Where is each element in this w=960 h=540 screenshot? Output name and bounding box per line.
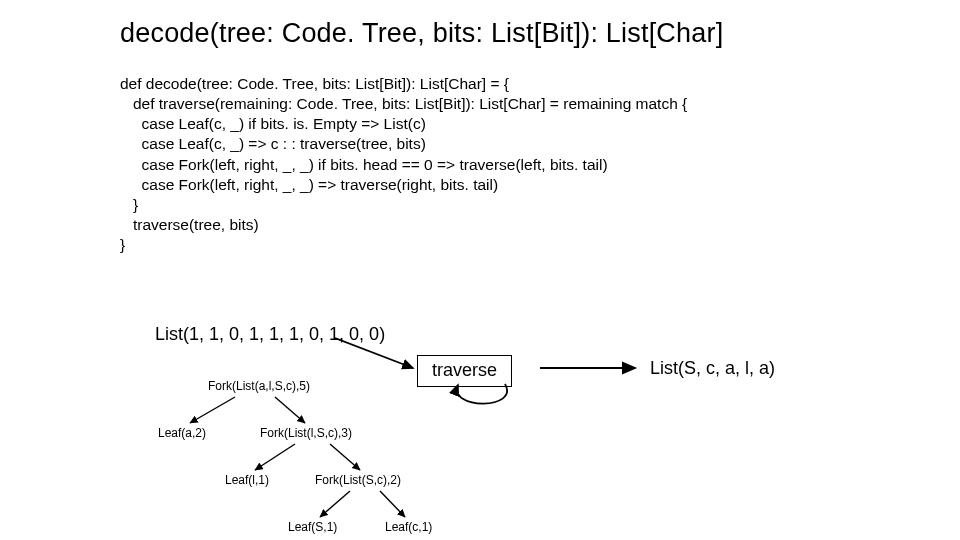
tree-node-leaf-l: Leaf(l,1) <box>225 473 269 487</box>
tree-node-leaf-a: Leaf(a,2) <box>158 426 206 440</box>
slide: decode(tree: Code. Tree, bits: List[Bit]… <box>0 0 960 540</box>
svg-line-7 <box>380 491 405 517</box>
code-tree-diagram: Fork(List(a,l,S,c),5) Leaf(a,2) Fork(Lis… <box>140 375 460 540</box>
code-block: def decode(tree: Code. Tree, bits: List[… <box>120 74 687 255</box>
svg-line-2 <box>190 397 235 423</box>
tree-node-fork-lsc: Fork(List(l,S,c),3) <box>260 426 352 440</box>
tree-node-root: Fork(List(a,l,S,c),5) <box>208 379 310 393</box>
tree-node-fork-sc: Fork(List(S,c),2) <box>315 473 401 487</box>
svg-line-3 <box>275 397 305 423</box>
tree-node-leaf-s: Leaf(S,1) <box>288 520 337 534</box>
tree-node-leaf-c: Leaf(c,1) <box>385 520 432 534</box>
svg-line-6 <box>320 491 350 517</box>
arrow-to-result <box>540 350 650 390</box>
result-text: List(S, c, a, l, a) <box>650 358 775 379</box>
svg-line-5 <box>330 444 360 470</box>
slide-title: decode(tree: Code. Tree, bits: List[Bit]… <box>120 18 723 49</box>
svg-line-0 <box>335 338 413 368</box>
svg-line-4 <box>255 444 295 470</box>
